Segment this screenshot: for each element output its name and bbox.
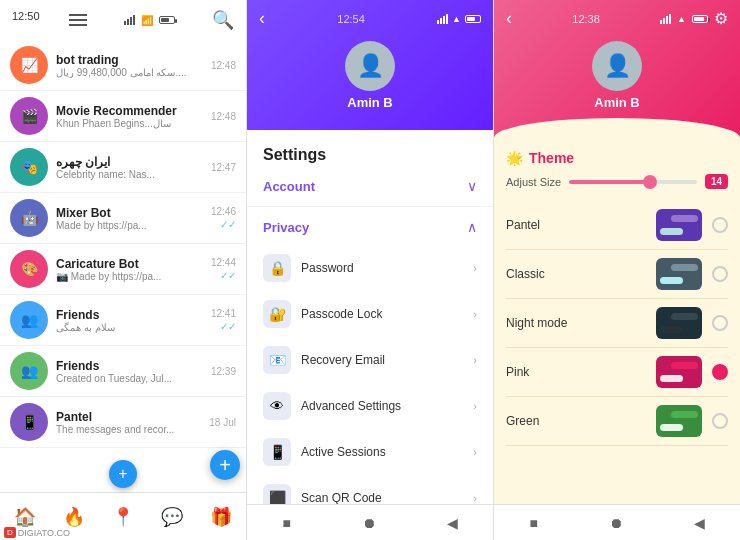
- chat-time: 12:47: [211, 162, 236, 173]
- location-nav-icon[interactable]: 📍: [112, 506, 134, 528]
- p2-battery-icon: [465, 15, 481, 23]
- settings-avatar: 👤: [345, 41, 395, 91]
- theme-option[interactable]: Pantel: [506, 201, 728, 250]
- slider-thumb[interactable]: [643, 175, 657, 189]
- scan-qr-chevron: ›: [473, 492, 477, 504]
- p1-time: 12:50: [12, 10, 40, 22]
- p2-home-nav[interactable]: ⏺: [362, 515, 376, 531]
- menu-icon[interactable]: [69, 14, 87, 26]
- chat-item[interactable]: 🤖 Mixer Bot Made by https://pa... 12:46 …: [0, 193, 246, 244]
- theme-preview-swatch: [656, 405, 702, 437]
- chat-meta: 12:48: [211, 60, 236, 71]
- p3-home-nav[interactable]: ⏺: [609, 515, 623, 531]
- search-icon[interactable]: 🔍: [212, 9, 234, 31]
- theme-option[interactable]: Pink: [506, 348, 728, 397]
- chat-item[interactable]: 🎬 Movie Recommender Khun Phaen Begins...…: [0, 91, 246, 142]
- p2-stop-nav[interactable]: ■: [282, 515, 290, 531]
- chat-name: Pantel: [56, 410, 201, 424]
- adjust-size-row: Adjust Size 14: [506, 174, 728, 189]
- panel1-header: 12:50 📶 🔍: [0, 0, 246, 40]
- chat-info: ایران چهره Celebrity name: Nas...: [56, 155, 203, 180]
- scan-qr-label: Scan QR Code: [301, 491, 463, 504]
- chat-meta: 18 Jul: [209, 417, 236, 428]
- chat-info: Friends Created on Tuesday, Jul...: [56, 359, 203, 384]
- size-slider[interactable]: [569, 175, 697, 189]
- theme-preview-swatch: [656, 258, 702, 290]
- chat-meta: 12:39: [211, 366, 236, 377]
- theme-radio[interactable]: [712, 364, 728, 380]
- adjust-size-label: Adjust Size: [506, 176, 561, 188]
- chat-name: bot trading: [56, 53, 203, 67]
- size-badge-value: 14: [705, 174, 728, 189]
- theme-bottom-nav: ■ ⏺ ◀: [494, 504, 740, 540]
- passcode-item[interactable]: 🔐 Passcode Lock ›: [247, 291, 493, 337]
- chat-time: 18 Jul: [209, 417, 236, 428]
- scan-qr-icon: ⬛: [263, 484, 291, 504]
- wifi-icon: 📶: [141, 15, 153, 26]
- chat-avatar: 🤖: [10, 199, 48, 237]
- theme-radio[interactable]: [712, 413, 728, 429]
- p2-time: 12:54: [337, 13, 365, 25]
- settings-scroll: Settings Account ∨ Privacy ∧ 🔒 Password …: [247, 130, 493, 504]
- active-sessions-item[interactable]: 📱 Active Sessions ›: [247, 429, 493, 475]
- scan-qr-item[interactable]: ⬛ Scan QR Code ›: [247, 475, 493, 504]
- theme-back-button[interactable]: ‹: [506, 8, 512, 29]
- chat-info: Pantel The messages and recor...: [56, 410, 201, 435]
- active-sessions-label: Active Sessions: [301, 445, 463, 459]
- fire-nav-icon[interactable]: 🔥: [63, 506, 85, 528]
- chat-item[interactable]: 👥 Friends Created on Tuesday, Jul... 12:…: [0, 346, 246, 397]
- chat-preview: Celebrity name: Nas...: [56, 169, 203, 180]
- chat-info: Movie Recommender Khun Phaen Begins...سا…: [56, 104, 203, 129]
- wave-decoration: [494, 118, 740, 138]
- theme-avatar: 👤: [592, 41, 642, 91]
- chat-item[interactable]: 🎭 ایران چهره Celebrity name: Nas... 12:4…: [0, 142, 246, 193]
- theme-option[interactable]: Classic: [506, 250, 728, 299]
- chat-preview: سکه امامی 99,480,000 ریال....: [56, 67, 203, 78]
- gift-nav-icon[interactable]: 🎁: [210, 506, 232, 528]
- passcode-icon: 🔐: [263, 300, 291, 328]
- advanced-settings-item[interactable]: 👁 Advanced Settings ›: [247, 383, 493, 429]
- theme-option-label: Green: [506, 414, 646, 428]
- theme-preview-swatch: [656, 307, 702, 339]
- settings-gear-icon[interactable]: ⚙: [714, 9, 728, 28]
- chat-preview: Created on Tuesday, Jul...: [56, 373, 203, 384]
- p3-stop-nav[interactable]: ■: [529, 515, 537, 531]
- p3-wifi-icon: ▲: [677, 14, 686, 24]
- recovery-email-item[interactable]: 📧 Recovery Email ›: [247, 337, 493, 383]
- chat-item[interactable]: 📱 Pantel The messages and recor... 18 Ju…: [0, 397, 246, 448]
- chat-item[interactable]: 📈 bot trading سکه امامی 99,480,000 ریال.…: [0, 40, 246, 91]
- p3-back-nav[interactable]: ◀: [694, 515, 705, 531]
- chat-item[interactable]: 🎨 Caricature Bot 📷 Made by https://pa...…: [0, 244, 246, 295]
- chat-preview: سلام به همگی: [56, 322, 203, 333]
- new-chat-button[interactable]: +: [109, 460, 137, 488]
- home-nav-icon[interactable]: 🏠: [14, 506, 36, 528]
- battery-icon: [159, 16, 175, 24]
- p2-back-nav[interactable]: ◀: [447, 515, 458, 531]
- chat-name: Friends: [56, 308, 203, 322]
- back-button[interactable]: ‹: [259, 8, 265, 29]
- password-item[interactable]: 🔒 Password ›: [247, 245, 493, 291]
- privacy-section[interactable]: Privacy ∧: [247, 209, 493, 245]
- theme-radio[interactable]: [712, 315, 728, 331]
- theme-options-list: Pantel Classic Night mode Pink Green: [506, 201, 728, 446]
- chat-list: 📈 bot trading سکه امامی 99,480,000 ریال.…: [0, 40, 246, 456]
- theme-radio[interactable]: [712, 217, 728, 233]
- new-chat-fab[interactable]: +: [210, 450, 240, 480]
- theme-option[interactable]: Night mode: [506, 299, 728, 348]
- theme-panel: ‹ 12:38 ▲ ⚙ 👤 Amin B 🌟 Theme: [494, 0, 740, 540]
- theme-radio[interactable]: [712, 266, 728, 282]
- chat-meta: 12:47: [211, 162, 236, 173]
- theme-option[interactable]: Green: [506, 397, 728, 446]
- theme-title: 🌟 Theme: [506, 146, 728, 174]
- theme-topbar: ‹ 12:38 ▲ ⚙: [494, 0, 740, 37]
- chat-avatar: 📈: [10, 46, 48, 84]
- chat-time: 12:48: [211, 60, 236, 71]
- account-section[interactable]: Account ∨: [247, 168, 493, 204]
- chat-item[interactable]: 👥 Friends سلام به همگی 12:41 ✓✓: [0, 295, 246, 346]
- p3-signal-icon: [660, 14, 671, 24]
- chat-preview: 📷 Made by https://pa...: [56, 271, 203, 282]
- chat-time: 12:39: [211, 366, 236, 377]
- p2-wifi-icon: ▲: [452, 14, 461, 24]
- chat-name: Mixer Bot: [56, 206, 203, 220]
- chat-nav-icon[interactable]: 💬: [161, 506, 183, 528]
